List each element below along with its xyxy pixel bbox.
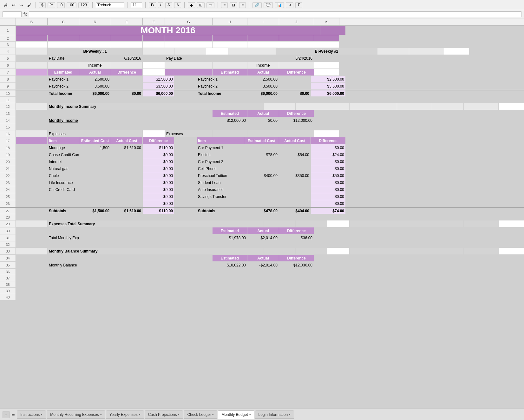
row-1: 1 MONTH 2016	[0, 26, 524, 35]
col-header-i[interactable]: I	[247, 18, 279, 25]
natural-gas-diff: $0.00	[143, 165, 174, 172]
font-name-input[interactable]	[96, 2, 124, 8]
col-header-e[interactable]: E	[111, 18, 143, 25]
currency-button[interactable]: $	[39, 2, 46, 8]
expenses-label-1: Expenses	[48, 130, 79, 137]
auto-ins-label: Auto Insurance	[197, 186, 244, 193]
tab-monthly-recurring[interactable]: Monthly Recurring Expenses ▾	[47, 410, 105, 419]
tab-monthly-budget-dropdown[interactable]: ▾	[249, 413, 251, 416]
paycheck2-diff-1: $3,500.00	[143, 83, 174, 89]
paint-format-icon[interactable]: 🖌	[26, 2, 32, 8]
number-format-button[interactable]: 123	[78, 2, 89, 8]
decimal1-button[interactable]: .0	[57, 2, 65, 8]
undo-icon[interactable]: ↩	[11, 2, 16, 8]
chart-button[interactable]: 📊	[275, 2, 284, 8]
estimated-header-1: Estimated	[48, 69, 79, 75]
tab-check-ledger-label: Check Ledger	[187, 412, 211, 417]
tab-cash-projections[interactable]: Cash Projections ▾	[145, 410, 183, 419]
font-color-button[interactable]: A	[174, 2, 181, 8]
mi-estimated-header: Estimated	[213, 110, 247, 117]
electric-actual: $54.00	[279, 151, 311, 158]
col-header-b[interactable]: B	[16, 18, 48, 25]
col-header-d[interactable]: D	[79, 18, 111, 25]
tab-check-ledger[interactable]: Check Ledger ▾	[184, 410, 217, 419]
actual-cost-header-2: Actual Cost	[279, 137, 311, 144]
car-payment2-diff: $0.00	[311, 158, 346, 165]
italic-button[interactable]: I	[158, 2, 163, 8]
redo-icon[interactable]: ↪	[18, 2, 24, 8]
est-cost-header-2: Estimated Cost	[244, 137, 279, 144]
cell-reference-input[interactable]	[3, 11, 22, 17]
tab-instructions-dropdown[interactable]: ▾	[41, 413, 43, 416]
tab-login-information-dropdown[interactable]: ▾	[289, 413, 291, 416]
row-19: 19 Chase Credit Card $0.00 Electric $78.…	[0, 151, 524, 158]
borders-button[interactable]: ⊞	[197, 2, 205, 8]
decimal2-button[interactable]: .00	[67, 2, 76, 8]
mb-diff-header: Difference	[279, 255, 314, 261]
actual-header-1: Actual	[79, 69, 111, 75]
total-income-actual-2: $0.00	[279, 90, 311, 96]
align-right-button[interactable]: ≡	[239, 2, 246, 8]
row-4: 4 Bi-Weekly #1 Bi-Weekly #2	[0, 48, 524, 55]
monthly-balance-summary-label: Monthly Balance Summary	[48, 248, 264, 254]
align-left-button[interactable]: ≡	[221, 2, 228, 8]
bold-button[interactable]: B	[149, 2, 156, 8]
strikethrough-button[interactable]: S	[165, 2, 172, 8]
car-payment1-diff: $0.00	[311, 144, 346, 151]
sum-button[interactable]: Σ	[295, 2, 302, 8]
tab-yearly-expenses[interactable]: Yearly Expenses ▾	[106, 410, 144, 419]
row25-diff: $0.00	[143, 193, 174, 200]
tab-check-ledger-dropdown[interactable]: ▾	[212, 413, 214, 416]
paycheck2-estimated-2: 3,500.00	[244, 83, 279, 89]
cable-diff: $0.00	[143, 172, 174, 179]
tab-yearly-expenses-dropdown[interactable]: ▾	[139, 413, 141, 416]
tab-monthly-recurring-dropdown[interactable]: ▾	[100, 413, 102, 416]
pay-date-label-2: Pay Date	[165, 55, 213, 62]
tab-login-information[interactable]: Login Information ▾	[255, 410, 294, 419]
col-header-j[interactable]: J	[279, 18, 314, 25]
tab-monthly-budget-label: Monthly Budget	[221, 412, 248, 417]
col-header-g[interactable]: G	[165, 18, 213, 25]
life-ins-diff: $0.00	[143, 179, 174, 186]
print-icon[interactable]: 🖨	[3, 2, 9, 8]
col-header-k[interactable]: K	[314, 18, 339, 25]
formula-input[interactable]	[29, 11, 521, 17]
tab-cash-projections-dropdown[interactable]: ▾	[178, 413, 180, 416]
row-36: 36	[0, 269, 524, 275]
fill-color-button[interactable]: ◆	[188, 2, 195, 8]
merge-button[interactable]: ▭	[206, 2, 214, 8]
sheet-menu-icon[interactable]: ☰	[11, 412, 15, 417]
subtotals-label-2: Subtotals	[197, 208, 244, 214]
row26-diff: $0.00	[143, 200, 174, 207]
row-6: 6 Income Income	[0, 62, 524, 69]
font-size-input[interactable]	[131, 2, 142, 8]
citi-label: Citi Credit Card	[48, 186, 79, 193]
link-button[interactable]: 🔗	[252, 2, 262, 8]
filter-button[interactable]: ⊿	[286, 2, 293, 8]
et-actual: $2,014.00	[247, 234, 279, 241]
row-27: 27 Subtotals $1,500.00 $1,610.00 $110.00…	[0, 207, 524, 214]
tab-instructions[interactable]: Instructions ▾	[17, 410, 46, 419]
paycheck1-estimated-2: 2,500.00	[244, 76, 279, 82]
col-header-c[interactable]: C	[48, 18, 79, 25]
row-num-1: 1	[0, 26, 16, 35]
col-header-f[interactable]: F	[143, 18, 165, 25]
align-center-button[interactable]: ⊟	[230, 2, 237, 8]
col-header-h[interactable]: H	[213, 18, 247, 25]
comment-button[interactable]: 💬	[264, 2, 273, 8]
biweekly2-header: Bi-Weekly #2	[276, 48, 377, 55]
diff-header-2: Difference	[311, 137, 346, 144]
row-24: 24 Citi Credit Card $0.00 Auto Insurance…	[0, 186, 524, 193]
preschool-label: Preschool Tuition	[197, 172, 244, 179]
subtotals-diff-2: -$74.00	[311, 208, 346, 214]
pay-date-1: 6/10/2016	[111, 55, 143, 62]
add-sheet-button[interactable]: +	[3, 411, 10, 418]
mb-actual: -$2,014.00	[247, 262, 279, 268]
row-num-6: 6	[0, 62, 16, 69]
citi-diff: $0.00	[143, 186, 174, 193]
row-num-2: 2	[0, 35, 16, 41]
preschool-actual: $350.00	[279, 172, 311, 179]
percent-button[interactable]: %	[48, 2, 56, 8]
tab-monthly-budget[interactable]: Monthly Budget ▾	[218, 410, 254, 419]
pay-date-2: 6/24/2016	[279, 55, 314, 62]
